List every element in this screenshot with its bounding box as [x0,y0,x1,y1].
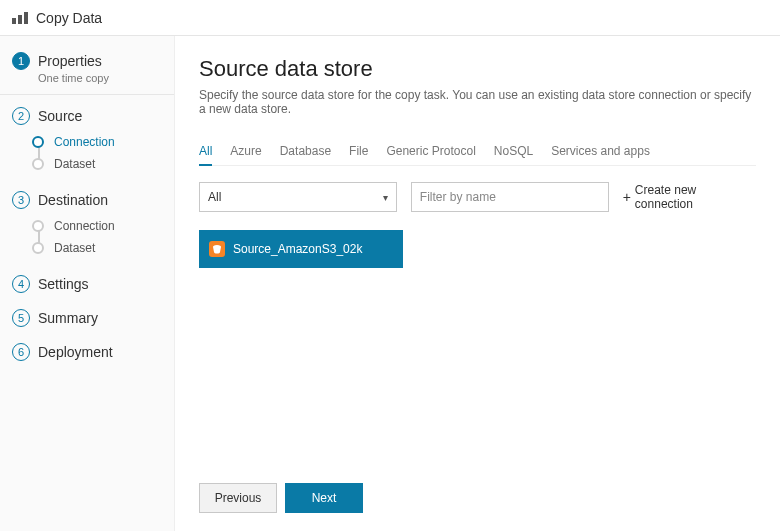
step-number-2-icon: 2 [12,107,30,125]
page-description: Specify the source data store for the co… [199,88,756,116]
type-filter-select[interactable]: All ▾ [199,182,397,212]
create-connection-label: Create new connection [635,183,756,211]
wizard-sidebar: 1 Properties One time copy 2 Source Conn… [0,36,175,531]
step-number-5-icon: 5 [12,309,30,327]
svg-rect-0 [12,18,16,24]
step-label: Source [38,108,82,124]
tab-all[interactable]: All [199,138,212,166]
tab-nosql[interactable]: NoSQL [494,138,533,165]
step-label: Destination [38,192,108,208]
substep-label: Dataset [54,157,95,171]
substep-dest-dataset[interactable]: Dataset [32,237,164,259]
tab-generic-protocol[interactable]: Generic Protocol [386,138,475,165]
connection-card-name: Source_AmazonS3_02k [233,242,362,256]
step-source[interactable]: 2 Source Connection Dataset [0,99,174,183]
substep-label: Connection [54,219,115,233]
substep-source-connection[interactable]: Connection [32,131,164,153]
step-subtitle: One time copy [38,72,164,84]
step-number-3-icon: 3 [12,191,30,209]
substep-dest-connection[interactable]: Connection [32,215,164,237]
step-number-4-icon: 4 [12,275,30,293]
substep-label: Dataset [54,241,95,255]
plus-icon: + [623,190,631,204]
previous-button[interactable]: Previous [199,483,277,513]
app-title: Copy Data [36,10,102,26]
step-summary[interactable]: 5 Summary [0,301,174,335]
substep-source-dataset[interactable]: Dataset [32,153,164,175]
amazon-s3-icon [209,241,225,257]
step-destination[interactable]: 3 Destination Connection Dataset [0,183,174,267]
step-number-1-icon: 1 [12,52,30,70]
substep-label: Connection [54,135,115,149]
substep-dot-icon [32,158,44,170]
create-connection-button[interactable]: + Create new connection [623,183,756,211]
tab-azure[interactable]: Azure [230,138,261,165]
type-filter-value: All [208,190,221,204]
step-settings[interactable]: 4 Settings [0,267,174,301]
substep-dot-icon [32,220,44,232]
svg-rect-1 [18,15,22,24]
next-button[interactable]: Next [285,483,363,513]
tab-services-apps[interactable]: Services and apps [551,138,650,165]
page-title: Source data store [199,56,756,82]
main-panel: Source data store Specify the source dat… [175,36,780,531]
tab-database[interactable]: Database [280,138,331,165]
step-label: Properties [38,53,102,69]
step-label: Summary [38,310,98,326]
step-label: Settings [38,276,89,292]
tab-file[interactable]: File [349,138,368,165]
substep-dot-icon [32,136,44,148]
connection-card[interactable]: Source_AmazonS3_02k [199,230,403,268]
step-deployment[interactable]: 6 Deployment [0,335,174,369]
step-label: Deployment [38,344,113,360]
copy-data-icon [12,11,28,25]
step-properties[interactable]: 1 Properties One time copy [0,44,174,95]
step-number-6-icon: 6 [12,343,30,361]
name-filter-input[interactable] [411,182,609,212]
chevron-down-icon: ▾ [383,192,388,203]
svg-rect-2 [24,12,28,24]
substep-dot-icon [32,242,44,254]
category-tabs: All Azure Database File Generic Protocol… [199,138,756,166]
app-header: Copy Data [0,0,780,36]
